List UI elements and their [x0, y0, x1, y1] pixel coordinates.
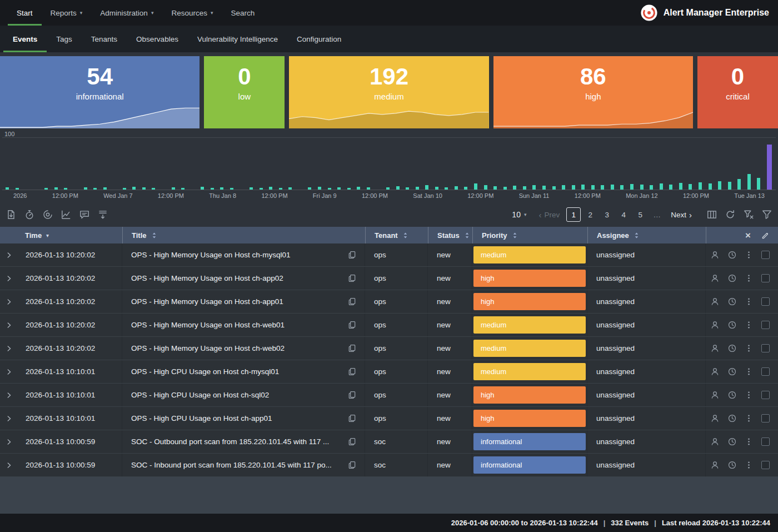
row-checkbox[interactable]: [761, 391, 770, 399]
timeline-bar[interactable]: [269, 187, 272, 190]
timeline-bar[interactable]: [16, 188, 19, 190]
timeline-bar[interactable]: [84, 187, 87, 190]
timeline-bar[interactable]: [406, 187, 409, 190]
assign-user-icon[interactable]: [706, 337, 724, 360]
timeline-bar[interactable]: [211, 188, 214, 190]
copy-title-icon[interactable]: [347, 320, 357, 330]
timer-icon[interactable]: [24, 209, 35, 220]
edit-columns-icon[interactable]: [761, 231, 770, 240]
expand-row-chevron-icon[interactable]: [0, 290, 18, 313]
page-button-1[interactable]: 1: [566, 207, 581, 222]
nav-item-resources[interactable]: Resources▾: [162, 0, 222, 26]
timeline-bar[interactable]: [523, 186, 526, 190]
refresh-icon[interactable]: [725, 209, 736, 220]
timeline-bar[interactable]: [318, 187, 321, 190]
timeline-bar[interactable]: [425, 185, 428, 190]
table-row[interactable]: 2026-01-13 10:10:01 OPS - High CPU Usage…: [0, 384, 778, 407]
column-header-status[interactable]: Status: [428, 227, 472, 243]
timeline-bar[interactable]: [513, 186, 516, 190]
assign-user-icon[interactable]: [706, 384, 724, 406]
timeline-bar[interactable]: [728, 182, 731, 190]
timeline-bar[interactable]: [220, 187, 223, 190]
nav-item-reports[interactable]: Reports▾: [42, 0, 92, 26]
tab-tags[interactable]: Tags: [47, 26, 82, 52]
timeline-bar[interactable]: [757, 178, 760, 190]
row-checkbox[interactable]: [761, 274, 770, 282]
prev-page-button[interactable]: ‹ Prev: [538, 211, 560, 219]
timeline-bar[interactable]: [445, 187, 448, 190]
page-button-2[interactable]: 2: [583, 207, 597, 222]
column-header-assignee[interactable]: Assignee: [587, 227, 706, 243]
expand-row-chevron-icon[interactable]: [0, 454, 18, 476]
timeline-bar[interactable]: [386, 187, 390, 190]
timeline-bars[interactable]: [2, 137, 776, 190]
row-checkbox[interactable]: [761, 321, 770, 329]
collapse-icon[interactable]: [97, 209, 108, 220]
timeline-bar[interactable]: [435, 187, 438, 190]
row-actions-kebab-icon[interactable]: [740, 384, 757, 406]
assign-user-icon[interactable]: [706, 290, 724, 313]
expand-row-chevron-icon[interactable]: [0, 337, 18, 360]
page-size-dropdown[interactable]: 10 ▾: [512, 210, 526, 219]
expand-row-chevron-icon[interactable]: [0, 430, 18, 453]
timeline-bar[interactable]: [6, 187, 9, 190]
timeline-bar[interactable]: [572, 185, 575, 190]
column-header-priority[interactable]: Priority: [472, 227, 587, 243]
row-actions-kebab-icon[interactable]: [740, 314, 757, 336]
copy-title-icon[interactable]: [347, 344, 357, 353]
tab-tenants[interactable]: Tenants: [82, 26, 127, 52]
columns-icon[interactable]: [706, 209, 717, 220]
nav-item-start[interactable]: Start: [8, 0, 42, 26]
timeline-bar[interactable]: [767, 145, 772, 190]
copy-title-icon[interactable]: [347, 460, 357, 470]
expand-row-chevron-icon[interactable]: [0, 243, 18, 266]
row-actions-kebab-icon[interactable]: [740, 360, 757, 383]
timeline-bar[interactable]: [367, 187, 370, 190]
assign-user-icon[interactable]: [706, 267, 724, 290]
timeline-bar[interactable]: [611, 185, 614, 190]
filter-icon[interactable]: [761, 209, 772, 220]
timeline-bar[interactable]: [279, 188, 282, 190]
expand-row-chevron-icon[interactable]: [0, 267, 18, 290]
timeline-bar[interactable]: [532, 185, 536, 190]
next-page-button[interactable]: Next ›: [671, 211, 692, 219]
row-actions-kebab-icon[interactable]: [740, 243, 757, 266]
tab-events[interactable]: Events: [3, 26, 47, 52]
timeline-bar[interactable]: [699, 182, 702, 190]
timeline-bar[interactable]: [308, 187, 311, 190]
table-row[interactable]: 2026-01-13 10:20:02 OPS - High Memory Us…: [0, 290, 778, 314]
timeline-bar[interactable]: [562, 185, 565, 190]
timeline-bar[interactable]: [581, 185, 585, 190]
column-header-tenant[interactable]: Tenant: [365, 227, 428, 243]
timeline-bar[interactable]: [640, 185, 644, 190]
timeline-bar[interactable]: [328, 188, 331, 190]
timeline-bar[interactable]: [737, 179, 741, 190]
timeline-bar[interactable]: [679, 183, 682, 190]
timeline-bar[interactable]: [650, 185, 653, 190]
copy-title-icon[interactable]: [347, 414, 357, 423]
event-history-icon[interactable]: [724, 384, 740, 406]
row-actions-kebab-icon[interactable]: [740, 337, 757, 360]
timeline-bar[interactable]: [484, 185, 487, 190]
table-row[interactable]: 2026-01-13 10:20:02 OPS - High Memory Us…: [0, 267, 778, 290]
row-actions-kebab-icon[interactable]: [740, 430, 757, 453]
row-checkbox[interactable]: [761, 367, 770, 376]
copy-title-icon[interactable]: [347, 437, 357, 446]
timeline-bar[interactable]: [123, 188, 126, 190]
copy-title-icon[interactable]: [347, 250, 357, 260]
kpi-card-informational[interactable]: 54informational: [0, 56, 200, 128]
kpi-card-medium[interactable]: 192medium: [289, 56, 488, 128]
nav-item-administration[interactable]: Administration▾: [91, 0, 162, 26]
expand-row-chevron-icon[interactable]: [0, 407, 18, 430]
timeline-bar[interactable]: [718, 181, 721, 190]
timeline-bar[interactable]: [552, 186, 556, 190]
copy-title-icon[interactable]: [347, 274, 357, 283]
timeline-bar[interactable]: [630, 184, 634, 190]
table-row[interactable]: 2026-01-13 10:20:02 OPS - High Memory Us…: [0, 243, 778, 267]
timeline-bar[interactable]: [669, 185, 672, 190]
timeline-bar[interactable]: [44, 188, 48, 190]
row-checkbox[interactable]: [761, 437, 770, 446]
nav-item-search[interactable]: Search: [222, 0, 263, 26]
table-row[interactable]: 2026-01-13 10:00:59 SOC - Outbound port …: [0, 430, 778, 454]
table-row[interactable]: 2026-01-13 10:10:01 OPS - High CPU Usage…: [0, 407, 778, 430]
